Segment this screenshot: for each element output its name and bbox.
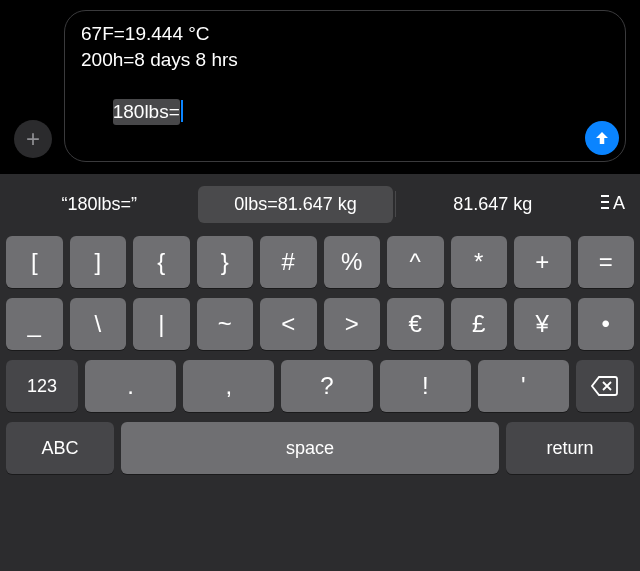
- key-exclaim[interactable]: !: [380, 360, 471, 412]
- key-comma[interactable]: ,: [183, 360, 274, 412]
- key-hash[interactable]: #: [260, 236, 317, 288]
- key-lt[interactable]: <: [260, 298, 317, 350]
- message-input[interactable]: 67F=19.444 °C 200h=8 days 8 hrs 180lbs=: [64, 10, 626, 162]
- key-question[interactable]: ?: [281, 360, 372, 412]
- current-text: 180lbs=: [113, 99, 180, 125]
- key-caret[interactable]: ^: [387, 236, 444, 288]
- key-bullet[interactable]: •: [578, 298, 635, 350]
- suggestion-bar: “180lbs=” 0lbs=81.647 kg 81.647 kg A: [0, 178, 640, 230]
- input-line-2: 200h=8 days 8 hrs: [81, 47, 577, 73]
- compose-area: + 67F=19.444 °C 200h=8 days 8 hrs 180lbs…: [0, 0, 640, 174]
- suggestion-2[interactable]: 0lbs=81.647 kg: [198, 186, 392, 223]
- suggestion-1[interactable]: “180lbs=”: [2, 184, 196, 225]
- key-left-bracket[interactable]: [: [6, 236, 63, 288]
- key-percent[interactable]: %: [324, 236, 381, 288]
- key-abc[interactable]: ABC: [6, 422, 114, 474]
- key-123[interactable]: 123: [6, 360, 78, 412]
- key-pipe[interactable]: |: [133, 298, 190, 350]
- text-format-button[interactable]: A: [590, 192, 638, 217]
- key-row-4: ABC space return: [6, 422, 634, 474]
- key-asterisk[interactable]: *: [451, 236, 508, 288]
- key-period[interactable]: .: [85, 360, 176, 412]
- key-rows: [ ] { } # % ^ * + = _ \ | ~ < > € £ ¥ • …: [0, 230, 640, 494]
- keyboard: “180lbs=” 0lbs=81.647 kg 81.647 kg A [ ]…: [0, 174, 640, 571]
- key-space[interactable]: space: [121, 422, 499, 474]
- key-return[interactable]: return: [506, 422, 634, 474]
- delete-icon: [591, 375, 619, 397]
- key-right-bracket[interactable]: ]: [70, 236, 127, 288]
- text-cursor: [181, 100, 183, 122]
- input-line-1: 67F=19.444 °C: [81, 21, 577, 47]
- send-button[interactable]: [585, 121, 619, 155]
- key-delete[interactable]: [576, 360, 634, 412]
- key-plus[interactable]: +: [514, 236, 571, 288]
- key-row-3: 123 . , ? ! ': [6, 360, 634, 412]
- key-pound[interactable]: £: [451, 298, 508, 350]
- key-left-brace[interactable]: {: [133, 236, 190, 288]
- key-equals[interactable]: =: [578, 236, 635, 288]
- key-row-2: _ \ | ~ < > € £ ¥ •: [6, 298, 634, 350]
- key-backslash[interactable]: \: [70, 298, 127, 350]
- add-button[interactable]: +: [14, 120, 52, 158]
- key-right-brace[interactable]: }: [197, 236, 254, 288]
- suggestion-3[interactable]: 81.647 kg: [396, 184, 590, 225]
- arrow-up-icon: [593, 129, 611, 147]
- key-euro[interactable]: €: [387, 298, 444, 350]
- key-row-1: [ ] { } # % ^ * + =: [6, 236, 634, 288]
- key-yen[interactable]: ¥: [514, 298, 571, 350]
- plus-icon: +: [26, 125, 40, 153]
- input-line-current: 180lbs=: [81, 73, 577, 151]
- key-apostrophe[interactable]: ': [478, 360, 569, 412]
- key-underscore[interactable]: _: [6, 298, 63, 350]
- svg-text:A: A: [613, 193, 625, 212]
- text-format-icon: A: [601, 192, 627, 217]
- key-tilde[interactable]: ~: [197, 298, 254, 350]
- key-gt[interactable]: >: [324, 298, 381, 350]
